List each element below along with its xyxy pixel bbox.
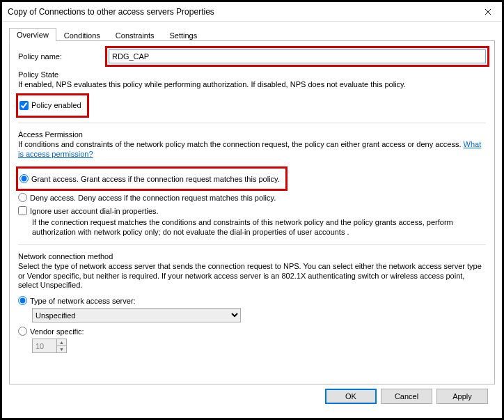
grant-access-label: Grant access. Grant access if the connec… (31, 175, 280, 183)
nas-type-select[interactable]: Unspecified (32, 308, 241, 322)
ncm-desc: Select the type of network access server… (18, 262, 486, 290)
policy-state-title: Policy State (18, 70, 486, 79)
access-permission-group: Access Permission If conditions and cons… (18, 130, 486, 238)
apply-button[interactable]: Apply (436, 389, 488, 404)
vendor-specific-radio[interactable] (18, 327, 27, 336)
tab-strip: Overview Conditions Constraints Settings (9, 26, 495, 41)
titlebar: Copy of Connections to other access serv… (2, 2, 502, 22)
policy-enabled-label: Policy enabled (31, 101, 81, 109)
ignore-dialin-row[interactable]: Ignore user account dial-in properties. (18, 206, 486, 215)
access-permission-desc: If conditions and constraints of the net… (18, 140, 486, 160)
nas-type-radio[interactable] (18, 296, 27, 305)
deny-access-radio[interactable] (18, 193, 27, 202)
spinner-up-icon: ▲ (57, 339, 66, 346)
separator (18, 123, 486, 123)
nas-type-row[interactable]: Type of network access server: (18, 296, 486, 305)
client-area: Overview Conditions Constraints Settings… (2, 22, 502, 418)
ignore-dialin-label: Ignore user account dial-in properties. (30, 207, 159, 215)
policy-enabled-checkbox[interactable] (19, 101, 29, 110)
nas-type-select-wrap: Unspecified (32, 308, 486, 322)
close-icon (485, 8, 491, 15)
vendor-specific-input (33, 339, 56, 352)
vendor-specific-spinner: ▲ ▼ (32, 339, 67, 353)
tabpage-overview: Policy name: Policy State If enabled, NP… (9, 41, 495, 384)
access-permission-title: Access Permission (18, 130, 486, 139)
vendor-specific-label: Vendor specific: (30, 327, 84, 336)
policy-name-input[interactable] (109, 49, 486, 63)
ignore-dialin-note: If the connection request matches the co… (32, 218, 486, 238)
vendor-specific-row[interactable]: Vendor specific: (18, 327, 486, 336)
ncm-title: Network connection method (18, 252, 486, 260)
ignore-dialin-checkbox[interactable] (18, 206, 27, 215)
window-title: Copy of Connections to other access serv… (8, 7, 474, 17)
cancel-button[interactable]: Cancel (381, 389, 432, 404)
deny-access-row[interactable]: Deny access. Deny access if the connecti… (18, 193, 486, 202)
policy-state-group: Policy State If enabled, NPS evaluates t… (18, 70, 486, 116)
tab-overview[interactable]: Overview (9, 28, 56, 42)
grant-access-highlight: Grant access. Grant access if the connec… (18, 169, 285, 189)
policy-state-desc: If enabled, NPS evaluates this policy wh… (18, 80, 486, 90)
grant-access-row[interactable]: Grant access. Grant access if the connec… (19, 174, 280, 183)
grant-access-radio[interactable] (19, 174, 29, 183)
separator-2 (18, 244, 486, 245)
policy-name-label: Policy name: (18, 52, 109, 61)
policy-name-row: Policy name: (18, 49, 486, 63)
policy-enabled-highlight: Policy enabled (18, 95, 87, 116)
spinner-buttons: ▲ ▼ (56, 339, 66, 352)
policy-enabled-row[interactable]: Policy enabled (19, 101, 81, 110)
ncm-group: Network connection method Select the typ… (18, 252, 486, 353)
deny-access-label: Deny access. Deny access if the connecti… (30, 194, 276, 202)
nas-type-label: Type of network access server: (30, 297, 136, 305)
dialog-footer: OK Cancel Apply (9, 384, 495, 412)
close-button[interactable] (474, 2, 502, 22)
spinner-down-icon: ▼ (57, 346, 66, 352)
vendor-specific-spinner-wrap: ▲ ▼ (32, 339, 486, 353)
ok-button[interactable]: OK (325, 389, 377, 404)
